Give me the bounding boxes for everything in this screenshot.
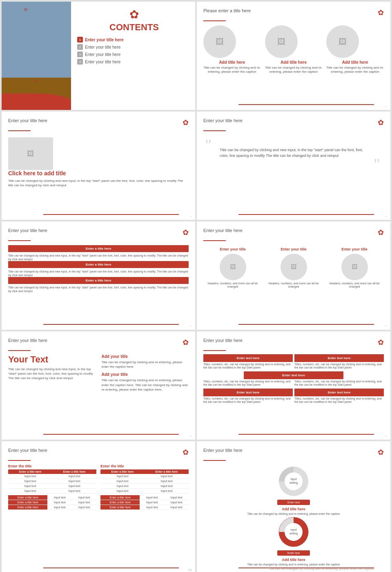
- slide-3: Enter your title here ✿ 🖼 Click here to …: [2, 112, 195, 220]
- table1: Enter a title here Enter a title here In…: [8, 469, 96, 494]
- deco-dot-1: [24, 8, 27, 11]
- box-desc-1: Title can be changed by clicking and new…: [8, 254, 189, 261]
- col-img-2: 🖼: [281, 254, 307, 280]
- toc-item-3[interactable]: 3 Enter your title here: [77, 51, 191, 57]
- page-num-6: →: [384, 324, 387, 328]
- slide9-table-2: Enter the title Enter a title here Enter…: [100, 464, 189, 510]
- snowflake-icon-7: ✿: [183, 338, 189, 347]
- slide3-desc: Title can be changed by clicking and new…: [8, 179, 189, 188]
- slide8-grid: Enter text here Titles, numbers, etc. ca…: [203, 354, 384, 404]
- slide6-header: Enter your title here: [203, 228, 243, 233]
- slide8-cell-4: Enter text here Titles, numbers, etc. ca…: [203, 389, 293, 404]
- page-num-7: →: [189, 434, 192, 438]
- slide8-btn-4[interactable]: Enter text here: [203, 389, 293, 396]
- table-row: Enter a title hereInput textInput text: [100, 495, 189, 500]
- table-row: Input textInput text: [100, 474, 189, 479]
- pie-1: input writing: [277, 465, 310, 498]
- slide3-image: 🖼: [8, 137, 53, 170]
- slide9-bottom-line: [43, 568, 179, 568]
- table-row: Input textInput text: [8, 474, 96, 479]
- slide8-btn-5[interactable]: Enter text here: [294, 389, 384, 396]
- slide5-header: Enter your title here: [8, 228, 47, 233]
- snowflake-icon-10: ✿: [378, 448, 384, 457]
- chart-1: input writing Enter text Add title here …: [203, 465, 384, 516]
- circle-img-3: 🖼: [326, 25, 359, 58]
- col-img-1: 🖼: [220, 254, 246, 280]
- slide6-bottom-line: [238, 324, 374, 325]
- toc-label-2: Enter your title here: [85, 45, 120, 49]
- chart-2: input writing Enter text Add title here …: [203, 516, 384, 566]
- table2: Enter a title here Enter a title here In…: [100, 469, 189, 494]
- table1-label: Enter the title: [8, 464, 96, 468]
- svg-text:writing: writing: [289, 481, 298, 485]
- slide8-header: Enter your title here: [203, 338, 243, 343]
- chart1-label: Enter text: [277, 500, 310, 505]
- slide7-right-desc-2: Title can be changed by clicking and re-…: [102, 378, 189, 392]
- slide-2: Please enter a title here ✿ 🖼 Add title …: [197, 2, 390, 110]
- slide7-content: Your Text Title can be changed by clicki…: [8, 354, 189, 392]
- slide10-red-line: [203, 460, 226, 461]
- snowflake-icon-3: ✿: [183, 118, 189, 127]
- circle-title-2: Add title here: [265, 60, 323, 65]
- circle-img-1: 🖼: [203, 25, 236, 58]
- slide10-charts: input writing Enter text Add title here …: [203, 465, 384, 567]
- slide8-btn-center[interactable]: Enter text here: [244, 371, 343, 379]
- slide7-sub-title-1: Add your title: [102, 354, 189, 359]
- snowflake-icon-1: ✿: [129, 8, 139, 21]
- toc-item-2[interactable]: 2 Enter your title here: [77, 44, 191, 50]
- toc-label-1: Enter your title here: [85, 38, 123, 42]
- table2-h1: Enter a title here: [100, 469, 145, 474]
- slide9-red-line: [8, 460, 31, 461]
- slide3-content: 🖼 Click here to add title Title can be c…: [8, 137, 189, 188]
- slide2-header: Please enter a title here: [203, 8, 251, 13]
- table-row: Input textInput text: [100, 489, 189, 494]
- slide8-btn-1[interactable]: Enter text here: [203, 354, 293, 362]
- box-item-3: Enter a title here Title can be changed …: [8, 277, 189, 293]
- slide8-desc-4: Titles, numbers, etc. can be changed by …: [203, 397, 293, 404]
- col-2: Enter your title 🖼 Headers, numbers, and…: [264, 247, 323, 289]
- page-num-2: →: [384, 105, 387, 108]
- col-title-2: Enter your title: [264, 247, 323, 252]
- open-quote: ": [205, 137, 211, 154]
- table-row: Input textInput text: [8, 479, 96, 484]
- slide8-btn-2[interactable]: Enter text here: [294, 354, 384, 362]
- slide8-desc-center-l: Titles, numbers, etc. can be changed by …: [203, 380, 293, 387]
- table1-labeled: Enter a title hereInput textInput text E…: [8, 495, 96, 510]
- slide3-header: Enter your title here: [8, 118, 47, 123]
- box-btn-1[interactable]: Enter a title here: [8, 245, 189, 252]
- deco-dot-2: [34, 79, 38, 83]
- table-row: Input textInput text: [8, 489, 96, 494]
- slide-10: Enter your title here ✿ input writing: [197, 441, 390, 572]
- pie-2: input writing: [277, 516, 310, 548]
- slide8-cell-5: Enter text here Titles, numbers, etc. ca…: [294, 389, 384, 404]
- snowflake-icon-6: ✿: [378, 228, 384, 237]
- slide5-red-line: [8, 240, 31, 241]
- circle-desc-1: Title can be changed by clicking and re-…: [203, 66, 261, 74]
- slide4-header: Enter your title here: [203, 118, 243, 123]
- circle-item-2: 🖼 Add title here Title can be changed by…: [265, 25, 323, 74]
- slide2-red-line: [203, 20, 226, 21]
- box-item-1: Enter a title here Title can be changed …: [8, 245, 189, 261]
- table1-h2: Enter a title here: [52, 469, 96, 474]
- toc-label-3: Enter your title here: [85, 52, 120, 57]
- toc-item-1[interactable]: 1 Enter your title here: [77, 37, 191, 42]
- page-num-9: 11: [188, 568, 192, 572]
- col-3: Enter your title 🖼 Headers, numbers, and…: [325, 247, 384, 289]
- slide7-right-item-1: Add your title Title can be changed by c…: [102, 354, 189, 369]
- slide10-add-title: Title can be changed by clicking and re-…: [268, 564, 374, 572]
- slide3-click-title[interactable]: Click here to add title: [8, 170, 189, 177]
- toc-item-4[interactable]: 4 Enter your title here: [77, 59, 191, 65]
- slide5-bottom-line: [43, 324, 179, 325]
- circle-desc-2: Title can be changed by clicking and re-…: [265, 66, 323, 74]
- table-row: Enter a title hereInput textInput text: [100, 500, 189, 505]
- box-btn-2[interactable]: Enter a title here: [8, 261, 189, 268]
- slide8-red-line: [203, 350, 226, 351]
- box-btn-3[interactable]: Enter a title here: [8, 277, 189, 284]
- slide8-desc-5: Titles, numbers, etc. can be changed by …: [294, 397, 384, 404]
- circle-title-1: Add title here: [203, 60, 261, 65]
- table-row: Enter a title hereInput textInput text: [100, 505, 189, 510]
- chart1-enter-text: Enter text: [277, 500, 310, 505]
- table-row: Enter a title hereInput textInput text: [8, 500, 96, 505]
- slide2-circles: 🖼 Add title here Title can be changed by…: [203, 25, 384, 74]
- slide7-red-line: [8, 350, 31, 351]
